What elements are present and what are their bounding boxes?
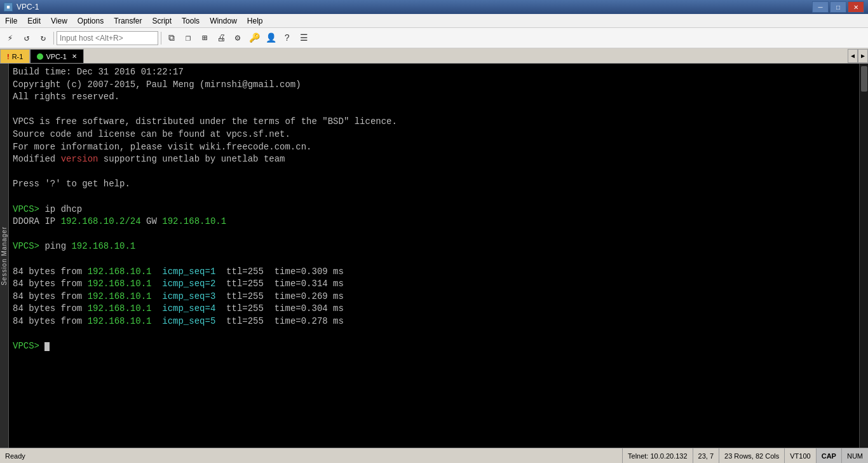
- scrollbar-thumb[interactable]: [861, 66, 867, 92]
- status-bar: Ready Telnet: 10.0.20.132 23, 7 23 Rows,…: [0, 448, 868, 463]
- terminal-line: Build time: Dec 31 2016 01:22:17: [13, 66, 855, 79]
- help-button[interactable]: ?: [280, 31, 295, 46]
- menu-options[interactable]: Options: [72, 14, 109, 27]
- close-button[interactable]: ✕: [848, 1, 864, 13]
- more-button[interactable]: ☰: [296, 31, 311, 46]
- tab-next-button[interactable]: ▶: [858, 49, 868, 63]
- session-manager-label: Session Manager: [1, 226, 8, 286]
- sftp-button[interactable]: ⊞: [197, 31, 212, 46]
- tab-r1-label: R-1: [12, 53, 24, 60]
- terminal[interactable]: Build time: Dec 31 2016 01:22:17Copyrigh…: [9, 64, 859, 448]
- tab-navigation: ◀ ▶: [848, 49, 868, 63]
- terminal-line: [13, 328, 855, 340]
- menu-tools[interactable]: Tools: [177, 14, 205, 27]
- status-encoding: VT100: [784, 448, 815, 463]
- status-ready: Ready: [0, 452, 622, 460]
- toolbar-sep-1: [53, 32, 54, 45]
- terminal-line: [13, 253, 855, 266]
- disconnect-button[interactable]: ↻: [36, 31, 51, 46]
- terminal-line: 84 bytes from 192.168.10.1 icmp_seq=5 tt…: [13, 315, 855, 328]
- session-manager[interactable]: Session Manager: [0, 64, 9, 448]
- toolbar-sep-2: [161, 32, 161, 45]
- tab-r1[interactable]: ! R-1: [0, 49, 30, 63]
- terminal-line: Copyright (c) 2007-2015, Paul Meng (mirn…: [13, 79, 855, 92]
- clone-button[interactable]: ❐: [180, 31, 196, 46]
- terminal-line: 84 bytes from 192.168.10.1 icmp_seq=2 tt…: [13, 278, 855, 291]
- terminal-line: 84 bytes from 192.168.10.1 icmp_seq=1 tt…: [13, 266, 855, 279]
- toolbar: ⚡ ↺ ↻ ⧉ ❐ ⊞ 🖨 ⚙ 🔑 👤 ? ☰: [0, 28, 868, 48]
- window-title: VPC-1: [17, 3, 39, 11]
- terminal-line: [13, 104, 855, 116]
- menu-view[interactable]: View: [46, 14, 72, 27]
- terminal-line: VPCS> ip dhcp: [13, 204, 855, 216]
- menu-window[interactable]: Window: [205, 14, 242, 27]
- status-cap: CAP: [816, 448, 841, 463]
- user-button[interactable]: 👤: [263, 31, 278, 46]
- terminal-line: VPCS> ping 192.168.10.1: [13, 240, 855, 253]
- status-size: 23 Rows, 82 Cols: [719, 448, 784, 463]
- settings-button[interactable]: ⚙: [230, 31, 245, 46]
- reconnect-button[interactable]: ↺: [19, 31, 34, 46]
- duplicate-button[interactable]: ⧉: [164, 31, 179, 46]
- menu-transfer[interactable]: Transfer: [109, 14, 147, 27]
- terminal-line: [13, 228, 855, 241]
- terminal-line: Press '?' to get help.: [13, 178, 855, 191]
- status-cursor: 23, 7: [693, 448, 719, 463]
- main-layout: Session Manager Build time: Dec 31 2016 …: [0, 64, 868, 448]
- key-button[interactable]: 🔑: [247, 31, 262, 46]
- tab-bar: ! R-1 VPC-1 ✕ ◀ ▶: [0, 48, 868, 64]
- new-session-button[interactable]: ⚡: [3, 31, 18, 46]
- terminal-line: 84 bytes from 192.168.10.1 icmp_seq=4 tt…: [13, 303, 855, 315]
- print-button[interactable]: 🖨: [214, 31, 229, 46]
- host-input[interactable]: [57, 31, 158, 45]
- terminal-line: VPCS is free software, distributed under…: [13, 116, 855, 128]
- menu-file[interactable]: File: [0, 14, 22, 27]
- tab-vpc1-label: VPC-1: [46, 53, 66, 60]
- terminal-line: VPCS>: [13, 340, 855, 353]
- menu-script[interactable]: Script: [147, 14, 177, 27]
- minimize-button[interactable]: ─: [812, 1, 829, 13]
- terminal-cursor: [44, 342, 50, 351]
- terminal-line: Modified version supporting unetlab by u…: [13, 153, 855, 166]
- tab-vpc1[interactable]: VPC-1 ✕: [30, 49, 83, 63]
- menu-edit[interactable]: Edit: [22, 14, 46, 27]
- menu-bar: File Edit View Options Transfer Script T…: [0, 14, 868, 28]
- app-icon: ■: [4, 3, 13, 11]
- terminal-line: All rights reserved.: [13, 91, 855, 104]
- tab-vpc1-indicator: [37, 53, 43, 60]
- terminal-line: [13, 191, 855, 204]
- terminal-line: For more information, please visit wiki.…: [13, 141, 855, 154]
- terminal-line: Source code and license can be found at …: [13, 128, 855, 141]
- terminal-line: [13, 166, 855, 179]
- scrollbar[interactable]: [859, 64, 868, 448]
- tab-prev-button[interactable]: ◀: [848, 49, 858, 63]
- menu-help[interactable]: Help: [242, 14, 268, 27]
- title-bar: ■ VPC-1 ─ □ ✕: [0, 0, 868, 14]
- maximize-button[interactable]: □: [830, 1, 846, 13]
- terminal-line: DDORA IP 192.168.10.2/24 GW 192.168.10.1: [13, 216, 855, 228]
- tab-r1-exclamation: !: [7, 53, 10, 60]
- tab-vpc1-close[interactable]: ✕: [72, 53, 77, 60]
- status-num: NUM: [841, 448, 868, 463]
- status-telnet: Telnet: 10.0.20.132: [622, 448, 693, 463]
- terminal-line: 84 bytes from 192.168.10.1 icmp_seq=3 tt…: [13, 291, 855, 303]
